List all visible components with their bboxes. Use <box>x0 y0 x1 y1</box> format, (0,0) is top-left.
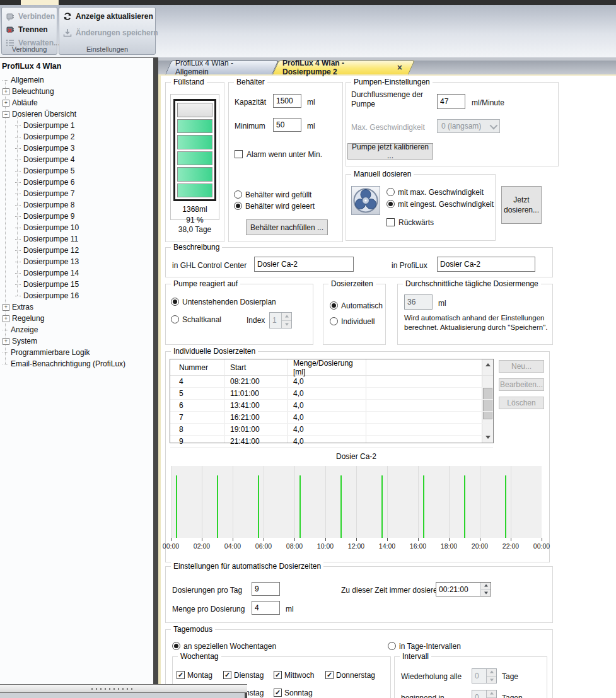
pumpe-kalibrieren-button[interactable]: Pumpe jetzt kalibrieren ... <box>347 143 433 160</box>
sidebar-item-dosierpumpe-12[interactable]: Dosierpumpe 12 <box>0 245 153 256</box>
spin-down-icon[interactable] <box>481 589 491 596</box>
dosierungen-pro-tag-input[interactable] <box>252 582 280 596</box>
sidebar-item-dosierpumpe-5[interactable]: Dosierpumpe 5 <box>0 165 153 177</box>
sonntag-label: Sonntag <box>284 689 313 697</box>
sidebar-item-regelung[interactable]: +Regelung <box>0 313 153 324</box>
sidebar-item-system[interactable]: +System <box>0 335 153 347</box>
intervalle-radio[interactable] <box>388 642 396 650</box>
mit-max-geschwindigkeit-radio[interactable] <box>386 188 395 196</box>
minus-expander-icon[interactable]: − <box>3 111 9 118</box>
plus-expander-icon[interactable]: + <box>3 304 9 311</box>
tree-connector <box>15 182 21 183</box>
bottom-dock-splitter[interactable] <box>0 684 247 698</box>
sidebar-item-programmierbare-logik[interactable]: Programmierbare Logik <box>0 347 153 358</box>
column-header-nummer[interactable]: Nummer <box>170 359 224 375</box>
profilux-name-input[interactable] <box>437 257 535 272</box>
sidebar-item-email-benachrichtigung-profilux-[interactable]: Email-Benachrichtigung (ProfiLux) <box>0 358 153 369</box>
durchschnitt-unit: ml <box>438 299 446 308</box>
mittwoch-checkbox[interactable] <box>274 671 282 679</box>
schaltkanal-radio[interactable] <box>171 315 179 323</box>
table-row[interactable]: 613:41:004,0 <box>170 400 493 412</box>
sonntag-checkbox[interactable] <box>274 689 282 697</box>
dosierplan-radio[interactable] <box>171 298 179 306</box>
zeit-value[interactable]: 00:21:00 <box>436 583 480 596</box>
rueckwaerts-checkbox[interactable] <box>386 218 395 226</box>
automatisch-radio[interactable] <box>330 301 338 310</box>
jetzt-dosieren-button[interactable]: Jetzt dosieren... <box>501 186 542 224</box>
sidebar-item-beleuchtung[interactable]: +Beleuchtung <box>0 86 153 97</box>
tank-graphic <box>173 99 216 201</box>
sidebar-item-dosierpumpe-10[interactable]: Dosierpumpe 10 <box>0 222 153 233</box>
dosing-event-line <box>217 475 218 538</box>
sidebar-splitter[interactable] <box>153 57 158 698</box>
dienstag-checkbox[interactable] <box>223 671 231 679</box>
column-header-start[interactable]: Start <box>224 359 287 375</box>
pumpen-einstellungen-group: Pumpen-Einstellungen Durchflussmenge der… <box>346 82 559 166</box>
plus-expander-icon[interactable]: + <box>3 100 9 107</box>
table-row[interactable]: 819:01:004,0 <box>170 424 493 436</box>
ghl-name-input[interactable] <box>254 257 354 272</box>
anzeige-aktualisieren-label: Anzeige aktualisieren <box>76 12 153 21</box>
splitter-grip[interactable] <box>91 688 133 690</box>
table-row[interactable]: 511:01:004,0 <box>170 388 493 400</box>
plus-expander-icon[interactable]: + <box>3 338 9 345</box>
column-header-menge[interactable]: Menge/Dosierung [ml] <box>287 359 366 375</box>
chart-gridline <box>418 466 419 538</box>
durchfluss-label-line2: Pumpe <box>351 100 375 108</box>
donnerstag-checkbox[interactable] <box>325 671 334 679</box>
spin-up-icon[interactable] <box>481 583 491 589</box>
tab-allgemein[interactable]: ProfiLux 4 Wlan - Allgemein <box>165 61 272 74</box>
trennen-button[interactable]: Trennen <box>5 23 55 36</box>
durchschnitt-note-line2: berechnet. Aktualisierung durch "Speiche… <box>404 323 547 331</box>
rueckwaerts-label: Rückwärts <box>398 218 434 227</box>
sidebar-item-dosierpumpe-3[interactable]: Dosierpumpe 3 <box>0 143 153 154</box>
table-row[interactable]: 716:21:004,0 <box>170 412 493 424</box>
ghl-name-label: in GHL Control Center <box>172 261 247 270</box>
individuell-radio[interactable] <box>330 317 338 325</box>
sidebar-item-allgemein[interactable]: Allgemein <box>0 74 153 86</box>
close-tab-icon[interactable]: × <box>397 63 402 72</box>
sidebar-item-dosierpumpe-14[interactable]: Dosierpumpe 14 <box>0 267 153 279</box>
sidebar-item-dosierpumpe-1[interactable]: Dosierpumpe 1 <box>0 120 153 131</box>
behaelter-nachfuellen-button[interactable]: Behälter nachfüllen ... <box>246 219 328 235</box>
sidebar-item-dosierpumpe-6[interactable]: Dosierpumpe 6 <box>0 177 153 188</box>
sidebar-item-abläufe[interactable]: +Abläufe <box>0 97 153 108</box>
sidebar-item-dosieren-übersicht[interactable]: −Dosieren Übersicht <box>0 108 153 120</box>
sidebar-item-dosierpumpe-4[interactable]: Dosierpumpe 4 <box>0 154 153 165</box>
wiederholung-label: Wiederholung alle <box>401 672 462 681</box>
tab-dosierpumpe-2[interactable]: ProfiLux 4 Wlan - Dosierpumpe 2 × <box>272 61 409 74</box>
sidebar-item-dosierpumpe-2[interactable]: Dosierpumpe 2 <box>0 131 153 143</box>
sidebar-item-dosierpumpe-8[interactable]: Dosierpumpe 8 <box>0 199 153 211</box>
kapazitaet-input[interactable] <box>273 94 301 108</box>
montag-checkbox[interactable] <box>177 671 185 679</box>
sidebar-item-extras[interactable]: +Extras <box>0 301 153 313</box>
minimum-input[interactable] <box>273 118 301 132</box>
sidebar-item-dosierpumpe-11[interactable]: Dosierpumpe 11 <box>0 233 153 245</box>
behaelter-gefuellt-radio[interactable] <box>234 190 242 199</box>
plus-expander-icon[interactable]: + <box>3 88 9 95</box>
pump-icon <box>351 186 380 215</box>
behaelter-geleert-radio[interactable] <box>234 202 242 210</box>
anzeige-aktualisieren-button[interactable]: Anzeige aktualisieren <box>62 9 153 23</box>
alarm-checkbox[interactable] <box>235 150 243 158</box>
table-row[interactable]: 921:41:004,0 <box>170 436 493 448</box>
sidebar-item-dosierpumpe-7[interactable]: Dosierpumpe 7 <box>0 188 153 199</box>
chart-title: Dosier Ca-2 <box>171 452 542 461</box>
kapazitaet-unit: ml <box>307 98 315 107</box>
durchfluss-input[interactable] <box>437 94 465 109</box>
jetzt-dosieren-label-line2: dosieren... <box>504 205 539 215</box>
plus-expander-icon[interactable]: + <box>3 315 9 322</box>
ribbon-active-tab-stub[interactable] <box>21 0 59 5</box>
chart-tick-mark <box>449 538 450 541</box>
table-row[interactable]: 408:21:004,0 <box>170 376 493 388</box>
sidebar-item-dosierpumpe-13[interactable]: Dosierpumpe 13 <box>0 256 153 267</box>
intervalle-label: in Tage-Intervallen <box>399 642 461 651</box>
sidebar-item-anzeige[interactable]: Anzeige <box>0 324 153 335</box>
zeit-spinner[interactable]: 00:21:00 <box>436 582 491 596</box>
sidebar-item-dosierpumpe-16[interactable]: Dosierpumpe 16 <box>0 290 153 301</box>
sidebar-item-dosierpumpe-9[interactable]: Dosierpumpe 9 <box>0 211 153 222</box>
sidebar-item-dosierpumpe-15[interactable]: Dosierpumpe 15 <box>0 279 153 290</box>
menge-pro-dosierung-input[interactable] <box>252 601 280 615</box>
wochentage-radio[interactable] <box>172 642 180 650</box>
mit-eingest-geschwindigkeit-radio[interactable] <box>386 200 395 208</box>
